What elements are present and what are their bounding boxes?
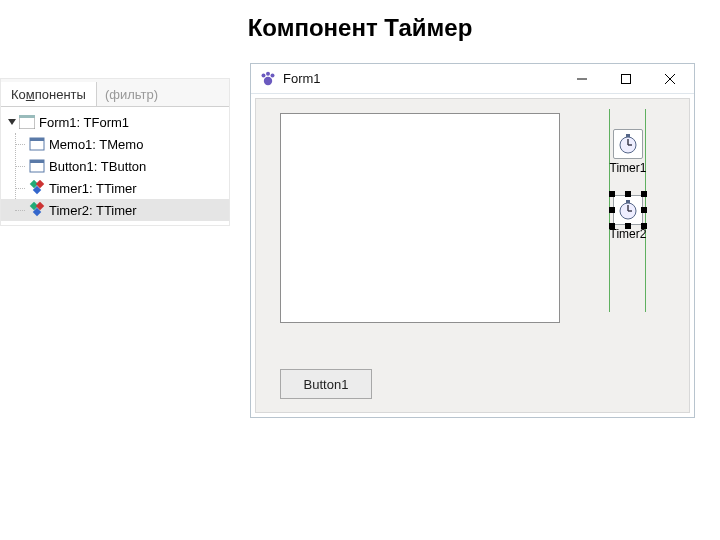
minimize-button[interactable] xyxy=(560,65,604,93)
button1-control[interactable]: Button1 xyxy=(280,369,372,399)
tree-node-label: Timer1: TTimer xyxy=(49,181,137,196)
button1-label: Button1 xyxy=(304,377,349,392)
timer2-component[interactable]: Timer2 xyxy=(607,195,649,241)
svg-point-13 xyxy=(262,73,266,77)
form-title: Form1 xyxy=(283,71,321,86)
maximize-button[interactable] xyxy=(604,65,648,93)
svg-point-12 xyxy=(264,76,272,84)
tree-tabs: Компоненты (фильтр) xyxy=(1,79,229,107)
minimize-icon xyxy=(576,73,588,85)
svg-rect-5 xyxy=(30,160,44,163)
form-designer-window: Form1 Button1 xyxy=(250,63,695,418)
component-tree-panel: Компоненты (фильтр) Form1: TForm1 Memo1:… xyxy=(0,78,230,226)
filter-input[interactable]: (фильтр) xyxy=(97,82,229,106)
component-icon xyxy=(29,180,45,196)
tree-root-form1[interactable]: Form1: TForm1 xyxy=(1,111,229,133)
svg-rect-1 xyxy=(19,115,35,118)
tree-node-button1[interactable]: Button1: TButton xyxy=(1,155,229,177)
tree-node-timer1[interactable]: Timer1: TTimer xyxy=(1,177,229,199)
tab-text-pre: Ко xyxy=(11,87,26,102)
timer2-label: Timer2 xyxy=(607,227,649,241)
lazarus-paw-icon xyxy=(259,70,277,88)
memo1-control[interactable] xyxy=(280,113,560,323)
form-icon xyxy=(19,114,35,130)
close-icon xyxy=(664,73,676,85)
titlebar[interactable]: Form1 xyxy=(251,64,694,94)
svg-rect-3 xyxy=(30,138,44,141)
control-icon xyxy=(29,136,45,152)
maximize-icon xyxy=(620,73,632,85)
tree-node-label: Memo1: TMemo xyxy=(49,137,143,152)
svg-point-15 xyxy=(271,73,275,77)
slide-title: Компонент Таймер xyxy=(0,0,720,52)
tree-root-label: Form1: TForm1 xyxy=(39,115,129,130)
caret-down-icon[interactable] xyxy=(7,117,17,127)
design-surface[interactable]: Button1 Timer1 xyxy=(255,98,690,413)
timer1-component[interactable]: Timer1 xyxy=(607,129,649,175)
svg-rect-21 xyxy=(626,134,630,137)
tab-text-accel: м xyxy=(26,87,35,102)
tree-node-memo1[interactable]: Memo1: TMemo xyxy=(1,133,229,155)
tree-node-label: Button1: TButton xyxy=(49,159,146,174)
svg-rect-17 xyxy=(622,74,631,83)
clock-icon xyxy=(613,129,643,159)
tab-text-post: поненты xyxy=(35,87,86,102)
component-icon xyxy=(29,202,45,218)
tree-node-timer2[interactable]: Timer2: TTimer xyxy=(1,199,229,221)
tree-body: Form1: TForm1 Memo1: TMemo Button1: TBut… xyxy=(1,107,229,225)
control-icon xyxy=(29,158,45,174)
svg-rect-25 xyxy=(626,200,630,203)
timer1-label: Timer1 xyxy=(607,161,649,175)
svg-point-14 xyxy=(266,71,270,75)
clock-icon xyxy=(613,195,643,225)
close-button[interactable] xyxy=(648,65,692,93)
tab-components[interactable]: Компоненты xyxy=(1,82,97,106)
tree-node-label: Timer2: TTimer xyxy=(49,203,137,218)
